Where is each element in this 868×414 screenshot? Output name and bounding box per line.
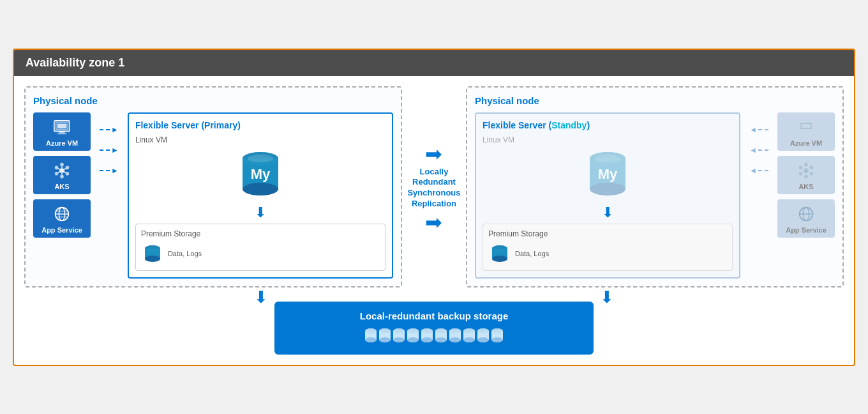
left-storage-icons: Data, Logs: [141, 242, 380, 265]
connector-3: ►: [100, 166, 119, 175]
svg-point-40: [595, 155, 620, 162]
zone-title: Availability zone 1: [26, 56, 124, 69]
right-vm-icon: [797, 118, 816, 137]
primary-label: Primary: [204, 120, 237, 130]
svg-point-71: [407, 337, 419, 342]
svg-point-80: [435, 328, 447, 334]
svg-point-87: [463, 337, 475, 342]
right-app-service-box: App Service: [777, 199, 835, 238]
right-premium-storage: Premium Storage Data, Logs: [483, 224, 733, 271]
svg-point-79: [435, 337, 447, 342]
main-content: Physical node: [14, 76, 854, 365]
right-azure-vm-box: Azure VM: [777, 112, 835, 151]
right-azure-vm-label: Azure VM: [790, 139, 822, 147]
availability-zone-container: Availability zone 1 Physical node: [13, 49, 855, 366]
svg-point-75: [421, 337, 433, 342]
svg-point-27: [243, 183, 278, 195]
svg-point-64: [379, 328, 391, 334]
mysql-cylinder-svg: My: [238, 148, 283, 199]
dash-1: [100, 129, 110, 130]
svg-point-67: [393, 337, 405, 342]
right-arrow-3: ►: [749, 166, 757, 175]
center-col: ➡ LocallyRedundantSynchronousReplication…: [402, 86, 466, 233]
svg-point-95: [491, 337, 503, 342]
left-node-label: Physical node: [33, 95, 393, 106]
left-storage-label: Premium Storage: [141, 229, 380, 238]
arrow-3: ►: [111, 166, 119, 175]
svg-point-91: [477, 337, 489, 342]
title-bar: Availability zone 1: [14, 50, 854, 76]
left-node-content: Azure VM: [33, 112, 393, 279]
dash-3: [100, 170, 110, 171]
left-down-arrow: ⬇: [135, 206, 385, 220]
right-dash-2: [758, 150, 768, 151]
svg-point-44: [492, 245, 507, 252]
left-aks-label: AKS: [54, 183, 69, 190]
svg-point-96: [491, 328, 503, 334]
left-backup-down-arrow: ⬇: [254, 288, 268, 307]
svg-point-47: [804, 168, 809, 173]
left-app-service-label: App Service: [41, 226, 82, 234]
right-arrow-2: ►: [749, 146, 757, 155]
right-aks-box: AKS: [777, 156, 835, 194]
connector-1: ►: [100, 125, 119, 134]
big-right-arrow-1: ➡: [425, 144, 442, 164]
left-aks-box: AKS: [33, 156, 91, 194]
svg-point-34: [145, 245, 160, 252]
svg-point-72: [407, 328, 419, 334]
svg-point-68: [393, 328, 405, 334]
connector-2: ►: [100, 146, 119, 155]
right-server-title: Flexible Server (Standby): [483, 120, 733, 130]
right-dash-1: [758, 129, 768, 130]
svg-point-11: [66, 165, 70, 169]
left-linux-vm: Linux VM: [135, 135, 385, 144]
left-connector-lines: ► ► ►: [97, 112, 121, 175]
svg-line-18: [58, 171, 60, 172]
right-backup-down-arrow: ⬇: [600, 288, 614, 307]
big-right-arrow-2: ➡: [425, 212, 442, 233]
right-connector-lines: ► ► ►: [747, 112, 771, 175]
svg-point-9: [60, 174, 64, 178]
right-storage-icons: Data, Logs: [488, 242, 727, 265]
svg-text:My: My: [598, 166, 618, 182]
backup-icons-row: [364, 326, 504, 346]
backup-box-container: Local-redundant backup storage: [24, 302, 844, 355]
right-flex-server: Flexible Server (Standby) Linux VM My: [475, 112, 740, 279]
standby-label: Standby: [551, 120, 587, 130]
svg-point-53: [810, 171, 814, 175]
vm-icon: [52, 118, 71, 137]
svg-point-83: [449, 337, 461, 342]
svg-point-84: [449, 328, 461, 334]
svg-point-13: [66, 171, 70, 175]
left-azure-vm-label: Azure VM: [46, 139, 78, 147]
app-service-icon: [52, 204, 71, 224]
replication-label: LocallyRedundantSynchronousReplication: [407, 167, 460, 210]
svg-point-63: [379, 337, 391, 342]
arrow-2: ►: [111, 146, 119, 155]
svg-line-16: [58, 168, 60, 169]
right-down-arrow: ⬇: [483, 206, 733, 220]
right-app-service-icon: [797, 204, 816, 224]
svg-point-10: [55, 165, 59, 169]
right-mysql-icon: My: [483, 148, 733, 199]
svg-line-19: [64, 171, 66, 172]
svg-point-59: [365, 337, 377, 342]
svg-point-7: [59, 168, 64, 173]
right-data-logs: Data, Logs: [515, 250, 549, 257]
left-app-service-box: App Service: [33, 199, 91, 238]
mysql-cylinder-svg-right: My: [585, 148, 630, 199]
svg-point-60: [365, 328, 377, 334]
left-server-title: Flexible Server (Primary): [135, 120, 385, 130]
svg-point-37: [590, 183, 625, 195]
backup-label: Local-redundant backup storage: [360, 310, 509, 321]
svg-point-43: [492, 256, 507, 262]
arrow-1: ►: [111, 125, 119, 134]
right-node-label: Physical node: [475, 95, 835, 106]
right-aks-label: AKS: [798, 183, 813, 190]
svg-point-48: [804, 162, 808, 166]
svg-point-8: [60, 162, 64, 166]
right-db-icon: [488, 242, 511, 265]
svg-text:My: My: [251, 166, 271, 182]
left-flex-server: Flexible Server (Primary) Linux VM: [128, 112, 393, 279]
left-premium-storage: Premium Storage Data, Logs: [135, 224, 385, 271]
